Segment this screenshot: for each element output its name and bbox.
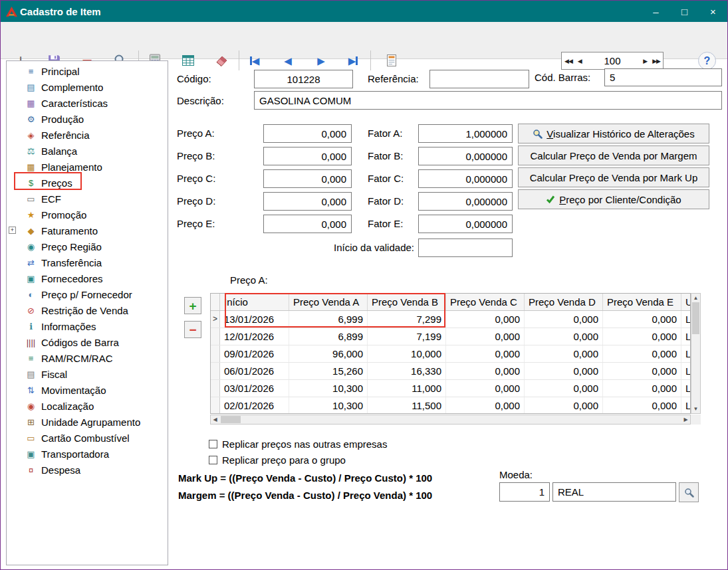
- sidebar-item-restri-o-de-venda[interactable]: ⊘Restrição de Venda: [7, 302, 168, 318]
- grid-col-header[interactable]: Preço Venda A: [289, 294, 368, 310]
- help-button[interactable]: ?: [698, 52, 716, 70]
- grid-row[interactable]: 03/01/202610,30011,0000,0000,0000,000L: [211, 380, 691, 397]
- fator-a-input[interactable]: [418, 124, 513, 143]
- grid-col-header[interactable]: Preço Venda E: [603, 294, 681, 310]
- sidebar-item-informa-es[interactable]: ℹInformações: [7, 318, 168, 334]
- pager-first-icon[interactable]: ◀◀: [562, 58, 575, 64]
- fator-e-input[interactable]: [418, 215, 513, 233]
- record-count-input[interactable]: [584, 55, 640, 66]
- moeda-code-input[interactable]: [499, 482, 550, 502]
- sidebar-item-despesa[interactable]: ¤Despesa: [7, 462, 168, 478]
- sidebar-item-c-digos-de-barra[interactable]: ||||Códigos de Barra: [7, 334, 168, 350]
- calcular-markup-button[interactable]: Calcular Preço de Venda por Mark Up: [518, 167, 709, 187]
- pager-last-icon[interactable]: ▶▶: [650, 58, 663, 64]
- toolbar-separator: [239, 50, 239, 70]
- sidebar-item-complemento[interactable]: ▤Complemento: [7, 79, 168, 95]
- sidebar-item-unidade-agrupamento[interactable]: ⊞Unidade Agrupamento: [7, 414, 168, 430]
- scroll-down-icon[interactable]: ▼: [691, 405, 700, 413]
- button-label: Preço por Cliente/Condição: [559, 194, 681, 205]
- grid-col-header[interactable]: Preço Venda C: [446, 294, 525, 310]
- grid-col-header[interactable]: Início: [220, 294, 289, 310]
- nav-next-icon: ▶: [317, 56, 325, 66]
- grid-cell: 06/01/2026: [220, 363, 289, 379]
- pager-prev-icon[interactable]: ◀: [575, 58, 584, 64]
- sidebar-item-fiscal[interactable]: ▤Fiscal: [7, 366, 168, 382]
- grid-row[interactable]: 06/01/202615,26016,3300,0000,0000,000L: [211, 363, 691, 380]
- preco-c-input[interactable]: [263, 169, 352, 188]
- checkbox-label[interactable]: Replicar preços nas outras empresas: [222, 438, 387, 450]
- calcular-margem-button[interactable]: Calcular Preço de Venda por Margem: [518, 145, 709, 165]
- sidebar-item-caracter-sticas[interactable]: ▦Características: [7, 95, 168, 111]
- preco-cliente-condicao-button[interactable]: Preço por Cliente/Condição: [518, 189, 709, 209]
- sidebar-item-movimenta-o[interactable]: ⇅Movimentação: [7, 382, 168, 398]
- vscroll-thumb[interactable]: [692, 302, 699, 334]
- sidebar-item-ram-rcm-rac[interactable]: ≡RAM/RCM/RAC: [7, 350, 168, 366]
- grid-col-header[interactable]: Preço Venda D: [525, 294, 603, 310]
- pager-next-icon[interactable]: ▶: [640, 58, 650, 64]
- codigo-input[interactable]: [254, 70, 353, 88]
- search-icon: [684, 488, 694, 498]
- window-title: Cadastro de Item: [20, 6, 101, 17]
- scroll-right-icon[interactable]: ▶: [681, 415, 690, 424]
- grid-cell: 03/01/2026: [220, 380, 289, 397]
- preco-a-input[interactable]: [263, 124, 352, 143]
- grid-add-button[interactable]: +: [184, 297, 201, 314]
- scroll-left-icon[interactable]: ◀: [211, 415, 219, 424]
- descricao-input[interactable]: [254, 91, 722, 110]
- sidebar-item-fornecedores[interactable]: ▣Fornecedores: [7, 270, 168, 286]
- sidebar-item-principal[interactable]: ≡Principal: [7, 63, 168, 79]
- title-bar[interactable]: Cadastro de Item – □ ×: [1, 1, 727, 22]
- grid-cell: 0,000: [603, 397, 681, 414]
- price-history-grid[interactable]: InícioPreço Venda APreço Venda BPreço Ve…: [210, 293, 691, 414]
- preco-b-input[interactable]: [263, 147, 352, 165]
- sidebar-item-localiza-o[interactable]: ◉Localização: [7, 398, 168, 414]
- grid-row[interactable]: 09/01/202696,00010,0000,0000,0000,000L: [211, 345, 691, 363]
- moeda-lookup-button[interactable]: [679, 482, 699, 502]
- sidebar-item-label: Localização: [41, 401, 94, 412]
- cod-barras-input[interactable]: [604, 68, 722, 86]
- grid-row[interactable]: 02/01/202610,30011,5000,0000,0000,000L: [211, 397, 691, 414]
- grid-cell: 7,199: [368, 328, 446, 345]
- sidebar-item-label: Movimentação: [41, 385, 106, 396]
- replicar-grupo-option[interactable]: Replicar preço para o grupo: [209, 454, 346, 466]
- sidebar-item-pre-o-regi-o[interactable]: ◉Preço Região: [7, 238, 168, 254]
- preco-e-input[interactable]: [263, 215, 352, 233]
- sidebar-item-pre-o-p-fornecedor[interactable]: ◐Preço p/ Fornecedor: [7, 286, 168, 302]
- record-pager: ◀◀ ◀ ▶ ▶▶: [561, 52, 664, 70]
- fator-c-input[interactable]: [418, 169, 513, 188]
- checkbox-icon[interactable]: [209, 440, 217, 448]
- moeda-label: Moeda:: [499, 466, 533, 484]
- grid-hscrollbar[interactable]: ◀ ▶: [210, 415, 691, 425]
- plus-icon: +: [189, 300, 196, 312]
- checkbox-label[interactable]: Replicar preço para o grupo: [222, 454, 346, 466]
- maximize-button[interactable]: □: [670, 1, 699, 22]
- clear-button[interactable]: [207, 47, 235, 74]
- scroll-up-icon[interactable]: ▲: [691, 294, 700, 302]
- visualizar-historico-button[interactable]: Visualizar Histórico de Alterações: [518, 124, 709, 143]
- replicar-empresas-option[interactable]: Replicar preços nas outras empresas: [209, 438, 387, 450]
- referencia-input[interactable]: [429, 70, 529, 88]
- grid-row[interactable]: >13/01/20266,9997,2990,0000,0000,000L: [211, 311, 691, 328]
- grid-remove-button[interactable]: −: [184, 321, 201, 338]
- grid-row[interactable]: 12/01/20266,8997,1990,0000,0000,000L: [211, 328, 691, 345]
- minimize-button[interactable]: –: [642, 1, 670, 22]
- fator-b-input[interactable]: [418, 147, 513, 165]
- referencia-label: Referência:: [368, 70, 419, 88]
- row-selector: [211, 397, 220, 414]
- close-button[interactable]: ×: [699, 1, 727, 22]
- checkbox-icon[interactable]: [209, 456, 217, 464]
- grid-col-header[interactable]: U: [681, 294, 691, 310]
- preco-d-input[interactable]: [263, 192, 352, 211]
- inicio-validade-input[interactable]: [418, 238, 513, 257]
- preco-b-label: Preço B:: [177, 147, 215, 165]
- fator-d-input[interactable]: [418, 192, 513, 211]
- hscroll-thumb[interactable]: [221, 416, 241, 423]
- grid-cell: L: [681, 363, 691, 379]
- sidebar-item-label: Informações: [41, 321, 96, 332]
- sidebar-item-cart-o-combust-vel[interactable]: ▭Cartão Combustível: [7, 430, 168, 446]
- sidebar-item-transportadora[interactable]: ▣Transportadora: [7, 446, 168, 462]
- sidebar-item-label: RAM/RCM/RAC: [41, 353, 113, 364]
- sidebar-item-transfer-ncia[interactable]: ⇄Transferência: [7, 254, 168, 270]
- moeda-name-input[interactable]: [552, 482, 676, 502]
- grid-col-header[interactable]: Preço Venda B: [368, 294, 446, 310]
